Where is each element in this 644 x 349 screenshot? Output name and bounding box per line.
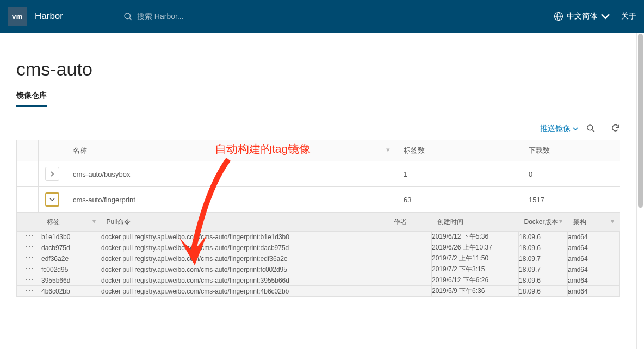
tag-created: 2019/7/2 下午3:15 — [432, 264, 519, 275]
repo-tagcount: 1 — [397, 161, 522, 187]
row-menu-button[interactable]: ⋮ — [28, 275, 31, 284]
global-search[interactable] — [123, 11, 300, 21]
repo-tagcount: 63 — [397, 187, 522, 213]
expand-cell[interactable] — [39, 161, 66, 187]
col-downloads-header[interactable]: 下载数 — [522, 140, 620, 161]
pull-command[interactable]: docker pull registry.api.weibo.com/cms-a… — [101, 232, 388, 242]
filter-icon[interactable]: ▾ — [611, 217, 614, 225]
chevron-down-icon — [573, 126, 578, 132]
col-actions — [17, 213, 41, 232]
tabs: 镜像仓库 — [16, 91, 620, 107]
tag-name[interactable]: b1e1d3b0 — [41, 232, 101, 242]
tag-name[interactable]: 3955b66d — [41, 275, 101, 286]
row-menu-button[interactable]: ⋮ — [28, 232, 31, 240]
globe-icon — [554, 11, 564, 21]
checkbox-cell[interactable] — [17, 187, 39, 213]
scrollbar[interactable] — [636, 33, 644, 349]
row-menu-button[interactable]: ⋮ — [28, 286, 31, 295]
row-menu-button[interactable]: ⋮ — [28, 264, 31, 273]
language-selector[interactable]: 中文简体 — [554, 11, 610, 21]
col-tag-header[interactable]: 标签▾ — [41, 213, 101, 232]
col-checkbox — [17, 140, 39, 161]
svg-line-1 — [129, 18, 131, 20]
about-link[interactable]: 关于 — [621, 11, 636, 21]
tags-table: 标签▾Pull命令作者创建时间Docker版本▾架构▾⋮b1e1d3b0dock… — [17, 213, 620, 297]
tag-author — [388, 264, 432, 275]
tag-row[interactable]: ⋮edf36a2edocker pull registry.api.weibo.… — [17, 253, 620, 264]
tag-author — [388, 275, 432, 286]
tab-repositories[interactable]: 镜像仓库 — [16, 91, 47, 107]
pull-command[interactable]: docker pull registry.api.weibo.com/cms-a… — [101, 264, 388, 275]
search-icon — [123, 11, 133, 21]
tag-docker-version: 18.09.6 — [519, 286, 568, 297]
tag-arch: amd64 — [568, 275, 620, 286]
divider — [603, 124, 603, 134]
table-row[interactable]: cms-auto/busybox10 — [17, 161, 620, 187]
tag-created: 2019/7/2 上午11:50 — [432, 253, 519, 264]
repo-downloads: 0 — [522, 161, 620, 187]
search-input[interactable] — [137, 12, 300, 21]
pull-command[interactable]: docker pull registry.api.weibo.com/cms-a… — [101, 275, 388, 286]
tag-author — [388, 253, 432, 264]
tag-arch: amd64 — [568, 264, 620, 275]
table-row[interactable]: cms-auto/fingerprint631517 — [17, 187, 620, 213]
repo-downloads: 1517 — [522, 187, 620, 213]
vmware-logo: vm — [8, 7, 27, 26]
col-created-header[interactable]: 创建时间 — [432, 213, 519, 232]
tag-docker-version: 18.09.7 — [519, 264, 568, 275]
tag-arch: amd64 — [568, 286, 620, 297]
row-menu-button[interactable]: ⋮ — [28, 253, 31, 262]
product-brand: Harbor — [35, 11, 63, 22]
search-repos-button[interactable] — [586, 123, 595, 134]
tag-row[interactable]: ⋮4b6c02bbdocker pull registry.api.weibo.… — [17, 286, 620, 297]
tag-row[interactable]: ⋮fc002d95docker pull registry.api.weibo.… — [17, 264, 620, 275]
refresh-button[interactable] — [611, 123, 620, 134]
expand-button[interactable] — [45, 192, 59, 207]
tag-row[interactable]: ⋮dacb975ddocker pull registry.api.weibo.… — [17, 242, 620, 253]
repo-name[interactable]: cms-auto/fingerprint — [66, 187, 397, 213]
col-name-label: 名称 — [73, 146, 87, 154]
push-image-button[interactable]: 推送镜像 — [540, 124, 578, 134]
tag-row[interactable]: ⋮3955b66ddocker pull registry.api.weibo.… — [17, 275, 620, 286]
col-author-header[interactable]: 作者 — [388, 213, 432, 232]
col-arch-header[interactable]: 架构▾ — [568, 213, 620, 232]
col-tagcount-header[interactable]: 标签数 — [397, 140, 522, 161]
col-docker-header[interactable]: Docker版本▾ — [519, 213, 568, 232]
tag-created: 2019/5/9 下午6:36 — [432, 286, 519, 297]
pull-command[interactable]: docker pull registry.api.weibo.com/cms-a… — [101, 242, 388, 253]
tag-created: 2019/6/12 下午5:36 — [432, 232, 519, 242]
page-title: cms-auto — [16, 59, 620, 80]
chevron-down-icon — [600, 11, 610, 21]
tag-docker-version: 18.09.7 — [519, 253, 568, 264]
top-bar: vm Harbor 中文简体 关于 — [0, 0, 644, 33]
pull-command[interactable]: docker pull registry.api.weibo.com/cms-a… — [101, 253, 388, 264]
filter-icon[interactable]: ▾ — [92, 217, 96, 225]
checkbox-cell[interactable] — [17, 161, 39, 187]
expand-button[interactable] — [45, 167, 59, 181]
tag-name[interactable]: 4b6c02bb — [41, 286, 101, 297]
filter-icon[interactable]: ▾ — [386, 146, 390, 154]
tag-name[interactable]: edf36a2e — [41, 253, 101, 264]
tag-name[interactable]: fc002d95 — [41, 264, 101, 275]
tag-docker-version: 18.09.6 — [519, 275, 568, 286]
pull-command[interactable]: docker pull registry.api.weibo.com/cms-a… — [101, 286, 388, 297]
scrollbar-thumb[interactable] — [638, 34, 643, 208]
tag-author — [388, 286, 432, 297]
tag-author — [388, 242, 432, 253]
tag-docker-version: 18.09.6 — [519, 232, 568, 242]
expand-cell[interactable] — [39, 187, 66, 213]
tag-arch: amd64 — [568, 253, 620, 264]
col-name-header[interactable]: 名称▾ — [66, 140, 397, 161]
row-menu-button[interactable]: ⋮ — [28, 242, 31, 251]
col-pull-header[interactable]: Pull命令 — [101, 213, 388, 232]
tag-name[interactable]: dacb975d — [41, 242, 101, 253]
tag-arch: amd64 — [568, 232, 620, 242]
tag-row[interactable]: ⋮b1e1d3b0docker pull registry.api.weibo.… — [17, 232, 620, 242]
repo-name[interactable]: cms-auto/busybox — [66, 161, 397, 187]
repositories-table: 名称▾ 标签数 下载数 cms-auto/busybox10cms-auto/f… — [16, 140, 620, 297]
push-image-label: 推送镜像 — [540, 124, 571, 134]
filter-icon[interactable]: ▾ — [559, 217, 562, 225]
tag-created: 2019/6/26 上午10:37 — [432, 242, 519, 253]
svg-point-0 — [125, 13, 131, 19]
tag-docker-version: 18.09.6 — [519, 242, 568, 253]
